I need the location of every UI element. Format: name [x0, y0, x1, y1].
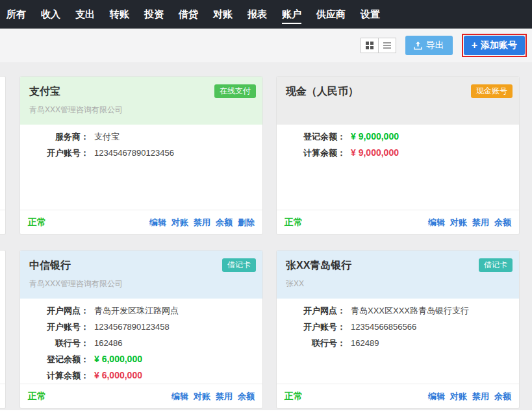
- list-icon: [383, 42, 391, 49]
- export-label: 导出: [426, 40, 444, 51]
- account-subtitle: 青岛XXX管理咨询有限公司: [29, 278, 253, 289]
- nav-item-loans[interactable]: 借贷: [173, 0, 203, 29]
- action-edit[interactable]: 编辑: [149, 217, 166, 228]
- partial-card-left-top: [0, 76, 6, 235]
- action-reconcile[interactable]: 对账: [171, 217, 188, 228]
- list-view-button[interactable]: [378, 38, 396, 53]
- card-footer: 正常 编辑 对账 禁用 余额: [277, 210, 519, 234]
- nav-item-all[interactable]: 所有: [1, 0, 31, 29]
- calculated-balance: ¥ 6,000,000: [94, 367, 142, 384]
- account-subtitle: 青岛XXX管理咨询有限公司: [29, 104, 253, 116]
- card-body: 服务商： 支付宝 开户账号： 12345467890123456: [20, 125, 262, 210]
- card-body: 登记余额： ¥ 9,000,000 计算余额： ¥ 9,000,000: [277, 125, 519, 210]
- field-label: 登记余额：: [29, 351, 89, 367]
- card-body: 开户网点： 青岛开发区珠江路网点 开户账号： 1234567890123458 …: [20, 299, 262, 384]
- add-account-label: 添加账号: [481, 40, 517, 51]
- action-disable[interactable]: 禁用: [472, 391, 489, 402]
- field-value: 青岛开发区珠江路网点: [94, 302, 179, 319]
- field-value: 支付宝: [94, 129, 120, 145]
- field-row: 开户账号： 12345467890123456: [29, 145, 253, 161]
- account-type-badge: 现金账号: [471, 84, 513, 98]
- card-footer: 正常 编辑 对账 禁用 余额 删除: [20, 210, 262, 234]
- calculated-balance: ¥ 9,000,000: [351, 145, 399, 161]
- nav-item-transfer[interactable]: 转账: [105, 0, 134, 29]
- field-value: 12345467890123456: [94, 145, 174, 161]
- card-body: 开户网点： 青岛XXX区XXX路青岛银行支行 开户账号： 12354566856…: [277, 299, 519, 384]
- partial-card-footer: [0, 384, 5, 408]
- field-label: 开户账号：: [286, 319, 346, 335]
- top-navbar: 所有 收入 支出 转账 投资 借贷 对账 报表 账户 供应商 设置: [0, 0, 532, 29]
- action-disable[interactable]: 禁用: [216, 391, 233, 402]
- card-actions: 编辑 对账 禁用 余额: [171, 391, 255, 402]
- nav-item-reconcile[interactable]: 对账: [208, 0, 238, 29]
- add-account-button[interactable]: + 添加账号: [464, 36, 525, 55]
- field-label: 计算余额：: [286, 145, 346, 161]
- field-row: 服务商： 支付宝: [29, 129, 253, 145]
- action-delete[interactable]: 删除: [238, 217, 255, 228]
- field-row: 计算余额： ¥ 9,000,000: [286, 145, 510, 161]
- card-actions: 编辑 对账 禁用 余额: [428, 391, 511, 402]
- card-actions: 编辑 对账 禁用 余额: [428, 217, 511, 228]
- status-badge: 正常: [285, 217, 303, 228]
- action-balance[interactable]: 余额: [216, 217, 233, 228]
- account-card-qingdao-bank: 借记卡 张XX青岛银行 张XX 开户网点： 青岛XXX区XXX路青岛银行支行 开…: [276, 250, 520, 409]
- field-row: 联行号： 162489: [286, 335, 510, 351]
- field-row: 开户网点： 青岛开发区珠江路网点: [29, 302, 253, 319]
- card-footer: 正常 编辑 对账 禁用 余额: [277, 384, 519, 408]
- action-reconcile[interactable]: 对账: [194, 391, 210, 402]
- field-label: 服务商：: [29, 129, 89, 145]
- account-title: 中信银行: [29, 259, 253, 273]
- nav-item-reports[interactable]: 报表: [242, 0, 272, 29]
- field-label: 开户账号：: [29, 319, 89, 335]
- status-badge: 正常: [285, 391, 303, 402]
- export-button[interactable]: 导出: [405, 36, 453, 55]
- field-label: 开户网点：: [286, 302, 346, 319]
- action-balance[interactable]: 余额: [494, 391, 511, 402]
- nav-item-suppliers[interactable]: 供应商: [311, 0, 351, 29]
- annotation-highlight: + 添加账号: [462, 34, 527, 57]
- action-balance[interactable]: 余额: [238, 391, 255, 402]
- action-edit[interactable]: 编辑: [171, 391, 188, 402]
- account-title: 张XX青岛银行: [286, 259, 510, 273]
- action-edit[interactable]: 编辑: [428, 217, 445, 228]
- nav-item-expense[interactable]: 支出: [70, 0, 100, 29]
- nav-item-income[interactable]: 收入: [36, 0, 66, 29]
- field-value: 162486: [94, 335, 122, 351]
- field-label: 登记余额：: [286, 129, 346, 145]
- nav-item-accounts[interactable]: 账户: [277, 0, 307, 29]
- field-value: 1234567890123458: [94, 319, 170, 335]
- field-row: 计算余额： ¥ 6,000,000: [29, 367, 253, 384]
- field-row: 登记余额： ¥ 9,000,000: [286, 129, 510, 145]
- toolbar: 导出 + 添加账号: [0, 29, 532, 62]
- field-row: 开户账号： 12354566856566: [286, 319, 510, 335]
- action-disable[interactable]: 禁用: [472, 217, 489, 228]
- accounts-grid: 在线支付 支付宝 青岛XXX管理咨询有限公司 服务商： 支付宝 开户账号： 12…: [0, 62, 532, 409]
- card-footer: 正常 编辑 对账 禁用 余额: [20, 384, 262, 408]
- nav-item-investment[interactable]: 投资: [139, 0, 169, 29]
- field-label: 开户账号：: [29, 145, 89, 161]
- field-label: 联行号：: [29, 335, 89, 351]
- field-value: 青岛XXX区XXX路青岛银行支行: [351, 302, 469, 319]
- grid-icon: [366, 42, 374, 49]
- status-badge: 正常: [28, 217, 46, 228]
- field-label: 计算余额：: [29, 367, 89, 384]
- status-badge: 正常: [28, 391, 46, 402]
- action-reconcile[interactable]: 对账: [450, 391, 467, 402]
- field-row: 登记余额： ¥ 6,000,000: [29, 351, 253, 367]
- action-disable[interactable]: 禁用: [194, 217, 210, 228]
- field-value: 162489: [351, 335, 379, 351]
- card-header: 现金账号 现金（人民币）: [277, 77, 519, 125]
- account-card-alipay: 在线支付 支付宝 青岛XXX管理咨询有限公司 服务商： 支付宝 开户账号： 12…: [19, 76, 263, 235]
- field-label: 开户网点：: [29, 302, 89, 319]
- action-edit[interactable]: 编辑: [428, 391, 445, 402]
- view-toggle: [361, 38, 396, 53]
- field-row: 开户账号： 1234567890123458: [29, 319, 253, 335]
- field-label: 联行号：: [286, 335, 346, 351]
- action-balance[interactable]: 余额: [494, 217, 511, 228]
- nav-item-settings[interactable]: 设置: [355, 0, 385, 29]
- registered-balance: ¥ 6,000,000: [94, 351, 142, 367]
- card-actions: 编辑 对账 禁用 余额 删除: [149, 217, 255, 228]
- grid-view-button[interactable]: [361, 38, 379, 53]
- action-reconcile[interactable]: 对账: [450, 217, 467, 228]
- partial-card-left-bottom: [0, 250, 6, 409]
